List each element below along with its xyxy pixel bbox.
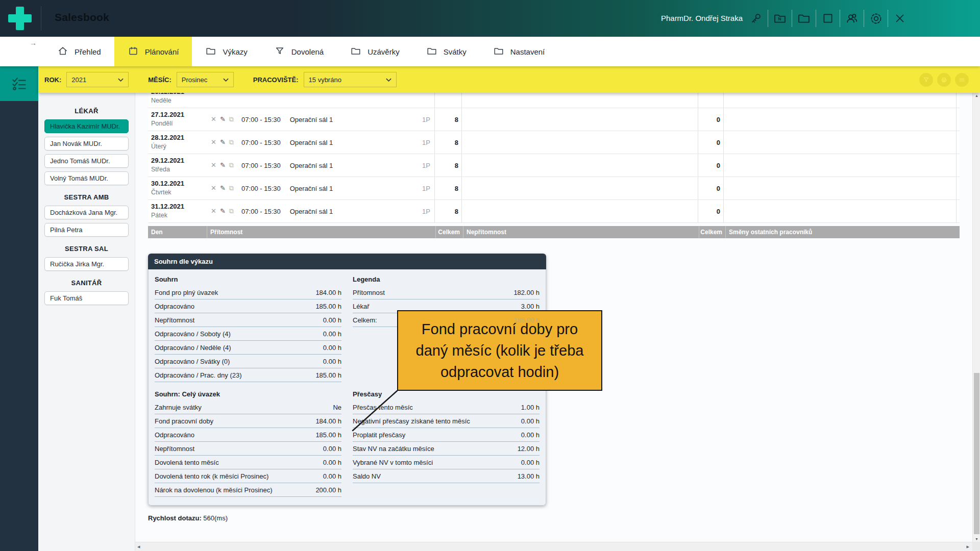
menu-icon[interactable] (955, 73, 969, 87)
main-nav: → Přehled Plánování Výkazy Dovolená Uzáv… (0, 37, 980, 66)
scroll-down-icon[interactable]: ▼ (973, 537, 980, 541)
table-row: 29.12.2021 Středa ✕✎⧉ 07:00 - 15:30 Oper… (148, 154, 960, 177)
mesic-value: Prosinec (182, 76, 208, 84)
copy-shift-icon[interactable]: ⧉ (229, 207, 234, 215)
shift-time: 07:00 - 15:30 (241, 116, 281, 123)
folder-n-icon[interactable]: N (770, 9, 790, 28)
app-header: Salesbook PharmDr. Ondřej Straka N (0, 0, 980, 37)
absent-total: 0 (698, 108, 724, 131)
edit-shift-icon[interactable]: ✎ (220, 207, 226, 215)
tab-label: Přehled (75, 47, 101, 56)
summary-row: Saldo NV13.00 h (353, 469, 540, 483)
icon-separator (792, 10, 792, 27)
copy-shift-icon[interactable]: ⧉ (229, 161, 234, 169)
copy-shift-icon[interactable]: ⧉ (229, 115, 234, 123)
folder-icon (350, 45, 361, 58)
vertical-scrollbar[interactable]: ▲ ▼ (972, 93, 980, 542)
summary-panel-title: Souhrn dle výkazu (148, 254, 546, 269)
footer-col-celkem2: Celkem (699, 226, 725, 238)
users-icon[interactable] (842, 9, 862, 28)
edit-shift-icon[interactable]: ✎ (220, 138, 226, 146)
edit-shift-icon[interactable]: ✎ (220, 115, 226, 123)
shift-tag: 1P (422, 185, 430, 192)
shift-location: Operační sál 1 (290, 208, 333, 215)
shift-location: Operační sál 1 (290, 116, 333, 123)
collapse-arrow-icon[interactable]: → (30, 39, 37, 47)
summary-row: Přítomnost182.00 h (353, 286, 540, 299)
absent-total: 0 (698, 131, 724, 154)
scroll-left-icon[interactable]: ◀ (137, 545, 140, 549)
section-title: Souhrn: Celý úvazek (155, 390, 341, 399)
tab-uzaverky[interactable]: Uzávěrky (337, 37, 413, 66)
checklist-icon[interactable] (0, 66, 38, 101)
staff-item[interactable]: Hlavička Kazimír MUDr. (44, 119, 129, 133)
mesic-label: MĚSÍC: (148, 76, 172, 84)
rok-value: 2021 (71, 76, 86, 84)
shift-tag: 1P (422, 116, 430, 123)
staff-item[interactable]: Jedno Tomáš MUDr. (44, 154, 129, 168)
icon-separator (888, 10, 888, 27)
absent-total: 0 (698, 177, 724, 199)
staff-item[interactable]: Pilná Petra (44, 223, 129, 237)
row-weekday: Středa (151, 166, 207, 173)
delete-shift-icon[interactable]: ✕ (211, 115, 216, 123)
tab-nastaveni[interactable]: Nastavení (480, 37, 558, 66)
staff-item[interactable]: Jan Novák MUDr. (44, 137, 129, 151)
print-icon[interactable] (937, 73, 951, 87)
group-title-lekar: LÉKAŘ (38, 107, 135, 115)
app-logo-plus-icon[interactable] (8, 7, 32, 30)
section-title: Legenda (353, 276, 540, 285)
scroll-right-icon[interactable]: ▶ (967, 545, 969, 549)
section-cely-uvazek: Souhrn: Celý úvazek Zahrnuje svátkyNe Fo… (155, 390, 341, 497)
tab-label: Uzávěrky (368, 47, 400, 56)
pracoviste-label: PRACOVIŠTĚ: (253, 76, 299, 84)
tab-prehled[interactable]: Přehled (44, 37, 114, 66)
vertical-scroll-thumb[interactable] (974, 373, 979, 534)
edit-shift-icon[interactable]: ✎ (220, 184, 226, 192)
user-name[interactable]: PharmDr. Ondřej Straka (582, 14, 743, 22)
tab-svatky[interactable]: Svátky (413, 37, 480, 66)
copy-shift-icon[interactable]: ⧉ (229, 184, 234, 192)
query-speed-status: Rychlost dotazu: 560(ms) (148, 514, 228, 522)
settings-icon[interactable] (866, 9, 886, 28)
close-icon[interactable] (890, 9, 910, 28)
summary-row: Odpracováno / Soboty (4)0.00 h (155, 327, 341, 341)
rok-select[interactable]: 2021 (66, 72, 129, 87)
icon-separator (864, 10, 864, 27)
copy-shift-icon[interactable]: ⧉ (229, 138, 234, 146)
delete-shift-icon[interactable]: ✕ (211, 207, 216, 215)
row-date: 29.12.2021 (151, 157, 207, 164)
shift-location: Operační sál 1 (290, 139, 333, 146)
horizontal-scrollbar[interactable]: ◀ ▶ (135, 542, 972, 551)
scroll-up-icon[interactable]: ▲ (973, 94, 980, 97)
summary-row: Fond pracovní doby184.00 h (155, 414, 341, 428)
staff-item[interactable]: Docházková Jana Mgr. (44, 206, 129, 219)
shift-tag: 1P (422, 162, 430, 169)
nav-tabs: Přehled Plánování Výkazy Dovolená Uzávěr… (44, 37, 980, 66)
pracoviste-select[interactable]: 15 vybráno (304, 72, 397, 87)
staff-sidebar: LÉKAŘ Hlavička Kazimír MUDr. Jan Novák M… (38, 93, 135, 551)
folder-icon[interactable] (794, 9, 814, 28)
summary-row: Vybrané NV v tomto měsíci0.00 h (353, 456, 540, 469)
tab-dovolena[interactable]: Dovolená (261, 37, 337, 66)
group-title-sestra-amb: SESTRA AMB (38, 193, 135, 201)
table-row: 30.12.2021 Čtvrtek ✕✎⧉ 07:00 - 15:30 Ope… (148, 177, 960, 200)
staff-item[interactable]: Volný Tomáš MUDr. (44, 171, 129, 185)
shift-time: 07:00 - 15:30 (241, 208, 281, 215)
present-total: 8 (435, 108, 462, 131)
tab-planovani[interactable]: Plánování (114, 37, 192, 66)
present-total: 8 (435, 131, 462, 154)
mesic-select[interactable]: Prosinec (177, 72, 234, 87)
filter-actions (919, 73, 969, 87)
filter-icon[interactable] (919, 73, 933, 87)
folder-icon (205, 45, 216, 58)
key-icon[interactable] (746, 9, 766, 28)
tab-vykazy[interactable]: Výkazy (192, 37, 260, 66)
edit-shift-icon[interactable]: ✎ (220, 161, 226, 169)
delete-shift-icon[interactable]: ✕ (211, 161, 216, 169)
staff-item[interactable]: Ručička Jirka Mgr. (44, 257, 129, 271)
delete-shift-icon[interactable]: ✕ (211, 138, 216, 146)
square-icon[interactable] (818, 9, 838, 28)
delete-shift-icon[interactable]: ✕ (211, 184, 216, 192)
staff-item[interactable]: Fuk Tomáš (44, 291, 129, 305)
